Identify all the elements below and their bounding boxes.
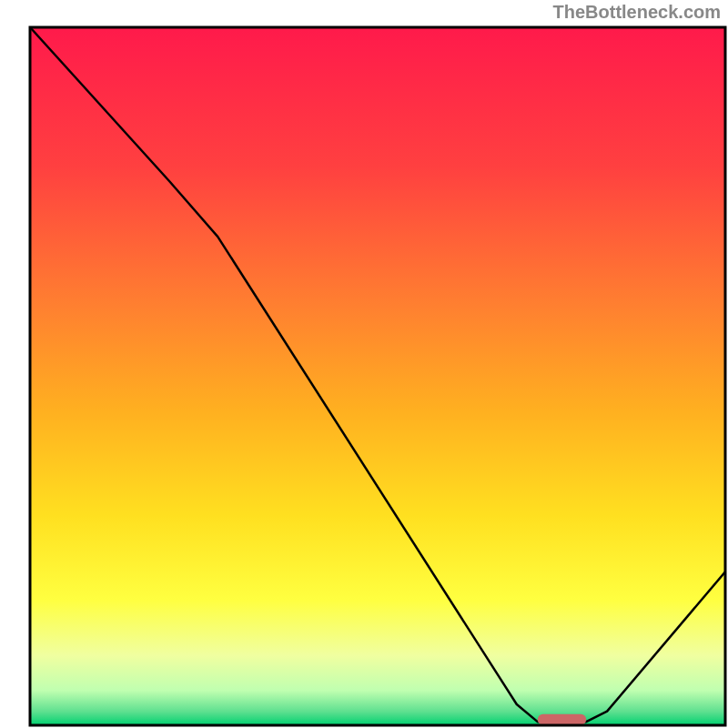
bottleneck-chart	[0, 0, 728, 728]
optimal-marker	[538, 714, 586, 725]
chart-container: TheBottleneck.com	[0, 0, 728, 728]
gradient-background	[30, 27, 725, 725]
attribution-text: TheBottleneck.com	[553, 2, 721, 23]
